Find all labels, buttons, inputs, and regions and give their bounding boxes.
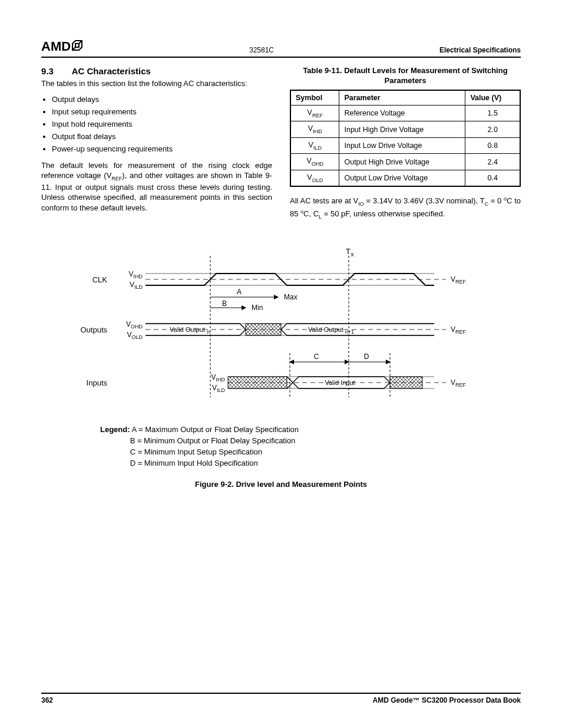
svg-text:D: D [364,353,369,361]
amd-logo-text: AMD [41,39,71,54]
th-value: Value (V) [465,90,520,106]
table-row: VREF Reference Voltage 1.5 [290,105,520,121]
section-heading: 9.3 AC Characteristics [41,66,272,76]
svg-text:VIHD: VIHD [211,373,225,383]
svg-text:VILD: VILD [130,281,143,290]
cell-param: Reference Voltage [339,105,465,121]
section-number: 9.3 [41,66,70,76]
legend-line: B = Minimum Output or Float Delay Specif… [130,436,296,445]
cell-symbol: VILD [290,137,339,154]
cell-param: Output High Drive Voltage [339,154,465,170]
section-intro: The tables in this section list the foll… [41,78,272,89]
svg-text:Min: Min [252,304,263,312]
characteristics-list: Output delays Input setup requirements I… [41,95,272,153]
cell-value: 2.4 [465,154,520,170]
table-header-row: Symbol Parameter Value (V) [290,90,520,106]
list-item: Output delays [52,95,272,104]
table-row: VILD Input Low Drive Voltage 0.8 [290,137,520,154]
cell-param: Input High Drive Voltage [339,121,465,138]
cell-value: 2.0 [465,121,520,138]
svg-text:TX: TX [346,247,354,258]
table-row: VIHD Input High Drive Voltage 2.0 [290,121,520,138]
after-bullets-paragraph: The default levels for measurement of th… [41,160,272,213]
svg-text:VILD: VILD [212,384,226,393]
cell-symbol: VOLD [290,170,339,186]
cell-value: 1.5 [465,105,520,121]
svg-text:Inputs: Inputs [87,378,108,387]
svg-text:VREF: VREF [451,325,467,335]
left-column: 9.3 AC Characteristics The tables in thi… [41,66,272,227]
table-row: VOHD Output High Drive Voltage 2.4 [290,154,520,170]
svg-text:VREF: VREF [451,275,467,285]
legend-line: C = Minimum Input Setup Specification [130,447,262,456]
cell-symbol: VIHD [290,121,339,138]
svg-text:Valid Output n: Valid Output n [170,326,210,335]
legend-line: D = Minimum Input Hold Specification [130,459,258,467]
cell-param: Input Low Drive Voltage [339,137,465,154]
book-title: AMD Geode™ SC3200 Processor Data Book [373,696,521,704]
svg-text:VIHD: VIHD [128,270,143,279]
page-footer: 362 AMD Geode™ SC3200 Processor Data Boo… [41,693,521,704]
table-note: All AC tests are at VIO = 3.14V to 3.46V… [290,195,521,221]
table-caption: Table 9-11. Default Levels for Measureme… [290,66,521,86]
cell-symbol: VOHD [290,154,339,170]
parameter-table: Symbol Parameter Value (V) VREF Referenc… [290,90,521,187]
svg-text:B: B [222,299,227,308]
list-item: Output float delays [52,132,272,141]
list-item: Input hold requirements [52,120,272,129]
figure-legend: Legend: A = Maximum Output or Float Dela… [41,424,521,469]
header-right-title: Electrical Specifications [439,46,521,54]
timing-svg: TX CLK VIHD VILD VREF A Max B Min Output… [57,247,505,412]
cell-param: Output Low Drive Voltage [339,170,465,186]
th-symbol: Symbol [290,90,339,106]
th-parameter: Parameter [339,90,465,106]
section-title-text: AC Characteristics [72,66,151,76]
svg-text:Outputs: Outputs [80,325,107,334]
svg-text:VREF: VREF [451,378,467,388]
figure-caption: Figure 9-2. Drive level and Measurement … [41,480,521,489]
page-header: AMD 32581C Electrical Specifications [41,39,521,58]
svg-text:C: C [314,353,319,361]
legend-line: A = Maximum Output or Float Delay Specif… [131,425,299,434]
right-column: Table 9-11. Default Levels for Measureme… [290,66,521,227]
svg-text:VOLD: VOLD [127,331,143,340]
page-number: 362 [41,696,53,704]
content-columns: 9.3 AC Characteristics The tables in thi… [41,66,521,227]
svg-text:A: A [237,288,242,296]
table-row: VOLD Output Low Drive Voltage 0.4 [290,170,520,186]
svg-text:Max: Max [284,293,297,301]
amd-logo: AMD [41,39,84,54]
svg-text:VOHD: VOHD [126,320,143,330]
cell-symbol: VREF [290,105,339,121]
timing-diagram: TX CLK VIHD VILD VREF A Max B Min Output… [41,247,521,488]
list-item: Input setup requirements [52,107,272,116]
svg-text:Valid Output n+1: Valid Output n+1 [308,326,354,335]
list-item: Power-up sequencing requirements [52,144,272,153]
legend-label: Legend: [100,425,130,434]
svg-text:CLK: CLK [92,275,108,284]
amd-arrow-icon [72,39,84,54]
cell-value: 0.4 [465,170,520,186]
doc-number: 32581C [249,46,274,54]
cell-value: 0.8 [465,137,520,154]
